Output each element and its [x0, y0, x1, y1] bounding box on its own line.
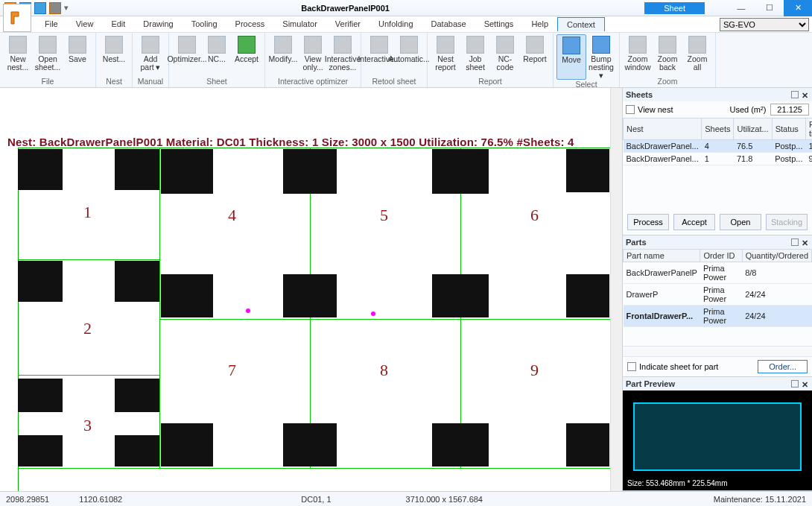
nc-icon [208, 36, 226, 54]
menu-settings[interactable]: Settings [475, 17, 523, 31]
minimize-button[interactable]: — [727, 0, 755, 16]
menu-tooling[interactable]: Tooling [183, 17, 226, 31]
col-header[interactable]: Nest [624, 118, 702, 140]
group-label: Manual [138, 77, 163, 87]
close-icon[interactable]: ✕ [802, 380, 809, 388]
automatic-icon [400, 36, 418, 54]
col-header[interactable]: Status [772, 118, 805, 140]
horizontal-scrollbar[interactable] [623, 346, 812, 356]
group-label: Interactive optimizer [278, 77, 348, 87]
group-label: Sheet [206, 77, 226, 87]
menu-drawing[interactable]: Drawing [134, 17, 182, 31]
process-button[interactable]: Process [627, 214, 669, 230]
status-x: 2098.29851 [6, 495, 49, 504]
save-label: Save [69, 55, 86, 63]
report-label: Report [523, 55, 547, 63]
qat-icon-4[interactable] [49, 2, 61, 14]
indicate-checkbox[interactable] [627, 362, 636, 371]
nc-code-button[interactable]: NC-code [490, 34, 520, 72]
zoom-all-button[interactable]: Zoom all [682, 34, 712, 72]
order-button[interactable]: Order... [758, 360, 808, 373]
job-sheet-button[interactable]: Job sheet [460, 34, 490, 72]
nest-report-button[interactable]: Nest report [431, 34, 460, 72]
zoom-back-button[interactable]: Zoom back [653, 34, 682, 72]
menu-context[interactable]: Context [557, 17, 605, 31]
save-button[interactable]: Save [63, 34, 92, 72]
preview-panel-title: Part Preview [626, 379, 675, 388]
table-row[interactable]: FrontalDrawerP...Prima Power24/24 [624, 306, 812, 327]
menu-file[interactable]: File [36, 17, 67, 31]
zoom-all-label: Zoom all [684, 55, 711, 72]
group-label: Nest [106, 77, 122, 87]
app-logo[interactable] [3, 4, 31, 32]
table-row[interactable]: BackDrawerPanel...171.8Postp...9:59 [624, 153, 813, 165]
pin-icon[interactable] [791, 380, 799, 388]
open-sheet-button[interactable]: Open sheet... [33, 34, 63, 72]
menu-unfolding[interactable]: Unfolding [369, 17, 422, 31]
col-header[interactable]: Utilizat... [734, 118, 772, 140]
context-tab-label: Sheet [644, 2, 705, 14]
table-row[interactable]: BackDrawerPanelPPrima Power8/8 [624, 262, 812, 284]
close-icon[interactable]: ✕ [802, 238, 809, 246]
nest-button[interactable]: Nest... [99, 34, 129, 63]
view-nest-checkbox[interactable] [626, 105, 635, 114]
sheet-canvas[interactable]: 1 2 3 4 5 6 7 8 9 [18, 148, 611, 491]
modify-button[interactable]: Modify... [268, 34, 298, 72]
parts-panel-title: Parts [626, 238, 647, 247]
bump-nesting-button[interactable]: Bump nesting ▾ [586, 34, 616, 80]
group-label: Zoom [658, 77, 678, 87]
part-preview-canvas[interactable]: Size: 553.468mm * 225.54mm [623, 390, 812, 490]
move-button[interactable]: Move [556, 34, 586, 80]
vertical-scrollbar[interactable] [610, 88, 622, 491]
add-part-button[interactable]: Add part ▾ [136, 34, 165, 72]
accept-icon [238, 36, 256, 54]
sheet-num: 4 [228, 206, 236, 225]
view-only-label: View only... [299, 55, 326, 72]
view-only-button[interactable]: View only... [298, 34, 328, 72]
modify-icon [274, 36, 292, 54]
automatic-button[interactable]: Automatic... [394, 34, 424, 63]
group-label: Report [478, 77, 502, 87]
zoom-window-button[interactable]: Zoom window [623, 34, 653, 72]
interactive-zones-icon [334, 36, 352, 54]
close-icon[interactable]: ✕ [802, 91, 809, 98]
nc-button[interactable]: NC... [202, 34, 232, 63]
sheet-num: 6 [530, 206, 539, 225]
maximize-button[interactable]: ☐ [755, 0, 784, 16]
col-header[interactable]: Order ID [700, 250, 742, 262]
menu-database[interactable]: Database [422, 17, 475, 31]
pin-icon[interactable] [791, 91, 799, 98]
open-button[interactable]: Open [720, 214, 761, 230]
menu-simulator[interactable]: Simulator [273, 17, 326, 31]
move-icon [562, 37, 580, 54]
accept-button[interactable]: Accept [232, 34, 261, 63]
interactive-zones-button[interactable]: Interactive zones... [328, 34, 358, 72]
menu-view[interactable]: View [67, 17, 103, 31]
machine-select[interactable]: SG-EVO [720, 18, 809, 31]
close-button[interactable]: ✕ [784, 0, 812, 16]
nest-info: Nest: BackDrawerPanelP001 Material: DC01… [7, 136, 574, 148]
accept-button[interactable]: Accept [673, 214, 715, 230]
col-header[interactable]: Quantity/Ordered [742, 250, 811, 262]
menu-verifier[interactable]: Verifier [326, 17, 369, 31]
menu-edit[interactable]: Edit [102, 17, 134, 31]
new-nest-button[interactable]: New nest... [3, 34, 33, 72]
pin-icon[interactable] [791, 238, 799, 246]
optimizer-button[interactable]: Optimizer... [172, 34, 202, 63]
zoom-window-icon [629, 36, 647, 54]
qat-icon-3[interactable] [34, 2, 46, 14]
col-header[interactable]: Part name [624, 250, 700, 262]
job-sheet-icon [466, 36, 484, 54]
view-nest-label: View nest [638, 105, 673, 114]
nc-label: NC... [208, 55, 226, 63]
report-button[interactable]: Report [520, 34, 550, 72]
add-part-label: Add part ▾ [137, 55, 164, 72]
col-header[interactable]: Sheets [702, 118, 734, 140]
table-row[interactable]: DrawerPPrima Power24/24 [624, 284, 812, 306]
col-header[interactable]: Run time [805, 118, 812, 140]
group-label: File [42, 77, 54, 87]
menu-process[interactable]: Process [226, 17, 274, 31]
table-row[interactable]: BackDrawerPanel...476.5Postp...11:20 [624, 140, 813, 153]
window-title: BackDrawerPanelP001 [69, 4, 622, 13]
menu-help[interactable]: Help [522, 17, 557, 31]
